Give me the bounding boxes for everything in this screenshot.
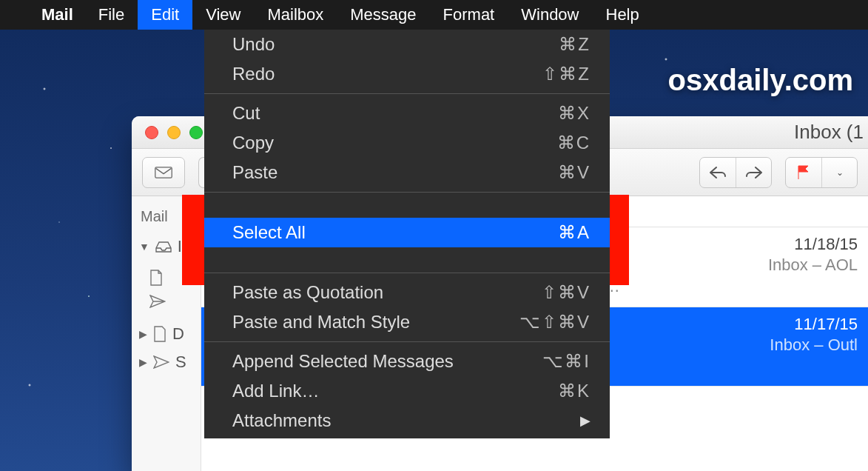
sidebar-row-s-label: S (175, 353, 186, 372)
sent-icon (149, 295, 166, 308)
forward-button[interactable] (736, 158, 771, 187)
menu-append-selected-messages[interactable]: Append Selected Messages ⌥⌘I (204, 347, 610, 376)
chevron-down-icon: ⌄ (836, 167, 844, 178)
menu-attachments[interactable]: Attachments ▶ (204, 406, 610, 435)
submenu-arrow-icon: ▶ (580, 412, 591, 429)
menu-paste-match-style[interactable]: Paste and Match Style ⌥⇧⌘V (204, 307, 610, 337)
menu-separator (204, 93, 610, 94)
mailboxes-sidebar: Mail ▼ I ▶ D ▶ S (132, 196, 201, 471)
menu-redo-shortcut: ⇧⌘Z (542, 64, 591, 84)
menu-paste-as-quotation-shortcut: ⇧⌘V (542, 282, 591, 303)
menu-message[interactable]: Message (337, 0, 429, 30)
menu-paste-label: Paste (232, 162, 558, 183)
reply-button[interactable] (700, 158, 736, 187)
sidebar-item-sent[interactable] (132, 290, 201, 313)
flag-menu-button[interactable]: ⌄ (821, 158, 857, 187)
menu-cut-shortcut: ⌘X (558, 103, 591, 124)
menu-copy-label: Copy (232, 133, 557, 153)
sidebar-inbox[interactable]: ▼ I (132, 233, 201, 261)
minimize-window-button[interactable] (167, 126, 181, 139)
menu-paste-match-style-label: Paste and Match Style (232, 312, 519, 333)
menu-copy-shortcut: ⌘C (557, 133, 591, 153)
sidebar-item-draft[interactable] (132, 265, 201, 290)
menu-view[interactable]: View (192, 0, 254, 30)
disclosure-triangle-icon: ▶ (139, 356, 147, 368)
menu-redo[interactable]: Redo ⇧⌘Z (204, 59, 610, 89)
app-name[interactable]: Mail (30, 5, 85, 24)
flag-segment: ⌄ (785, 157, 858, 188)
sidebar-row-d-label: D (172, 324, 184, 344)
paperplane-icon (153, 355, 169, 369)
menu-paste-shortcut: ⌘V (558, 162, 591, 183)
menu-paste-as-quotation[interactable]: Paste as Quotation ⇧⌘V (204, 278, 610, 307)
message-mailbox: Inbox – Outl (770, 335, 858, 355)
macos-menubar: Mail File Edit View Mailbox Message Form… (0, 0, 868, 30)
menu-paste-match-style-shortcut: ⌥⇧⌘V (519, 312, 591, 333)
message-mailbox: Inbox – AOL (768, 255, 858, 275)
menu-add-link-shortcut: ⌘K (558, 381, 591, 401)
sidebar-row-s[interactable]: ▶ S (132, 348, 201, 376)
menu-select-all[interactable]: Select All ⌘A (204, 218, 610, 247)
menu-undo-label: Undo (232, 34, 559, 55)
menu-edit[interactable]: Edit (138, 0, 192, 30)
menu-add-link[interactable]: Add Link… ⌘K (204, 376, 610, 406)
menu-cut-label: Cut (232, 103, 558, 124)
menu-hidden-area-bottom (204, 247, 610, 268)
get-mail-button[interactable] (142, 157, 185, 188)
flag-button[interactable] (786, 158, 821, 187)
inbox-icon (155, 241, 172, 253)
disclosure-triangle-icon: ▼ (139, 241, 149, 253)
reply-segment (699, 157, 772, 188)
menu-separator (204, 341, 610, 342)
menu-file[interactable]: File (85, 0, 138, 30)
svg-rect-0 (155, 167, 172, 177)
menu-add-link-label: Add Link… (232, 381, 558, 401)
menu-paste[interactable]: Paste ⌘V (204, 158, 610, 187)
menu-paste-as-quotation-label: Paste as Quotation (232, 282, 542, 303)
menu-select-all-shortcut: ⌘A (558, 222, 591, 243)
flag-icon (795, 164, 812, 181)
menu-separator (204, 273, 610, 273)
sidebar-heading: Mail (132, 208, 201, 233)
zoom-window-button[interactable] (189, 126, 203, 139)
menu-cut[interactable]: Cut ⌘X (204, 98, 610, 128)
message-date: 11/17/15 (794, 315, 858, 334)
menu-copy[interactable]: Copy ⌘C (204, 128, 610, 158)
forward-icon (744, 166, 764, 179)
draft-icon (149, 270, 163, 286)
close-window-button[interactable] (145, 126, 158, 139)
menu-mailbox[interactable]: Mailbox (254, 0, 337, 30)
menu-window[interactable]: Window (508, 0, 592, 30)
menu-redo-label: Redo (232, 64, 542, 84)
menu-format[interactable]: Format (430, 0, 508, 30)
disclosure-triangle-icon: ▶ (139, 328, 147, 340)
menu-help[interactable]: Help (593, 0, 653, 30)
document-icon (153, 326, 166, 342)
menu-hidden-area-top (204, 197, 610, 218)
sidebar-row-d[interactable]: ▶ D (132, 320, 201, 348)
menu-append-selected-label: Append Selected Messages (232, 351, 542, 372)
menu-separator (204, 192, 610, 193)
menu-select-all-label: Select All (232, 222, 558, 243)
menu-attachments-label: Attachments (232, 410, 580, 431)
reply-icon (708, 166, 727, 179)
menu-undo-shortcut: ⌘Z (559, 34, 591, 55)
envelope-icon (155, 165, 172, 180)
sidebar-inbox-label: I (178, 237, 182, 256)
edit-dropdown-menu: Undo ⌘Z Redo ⇧⌘Z Cut ⌘X Copy ⌘C Paste ⌘V… (204, 30, 610, 438)
menu-append-selected-shortcut: ⌥⌘I (542, 351, 591, 372)
message-date: 11/18/15 (794, 235, 858, 254)
watermark-text: osxdaily.com (668, 64, 853, 97)
menu-undo[interactable]: Undo ⌘Z (204, 30, 610, 59)
